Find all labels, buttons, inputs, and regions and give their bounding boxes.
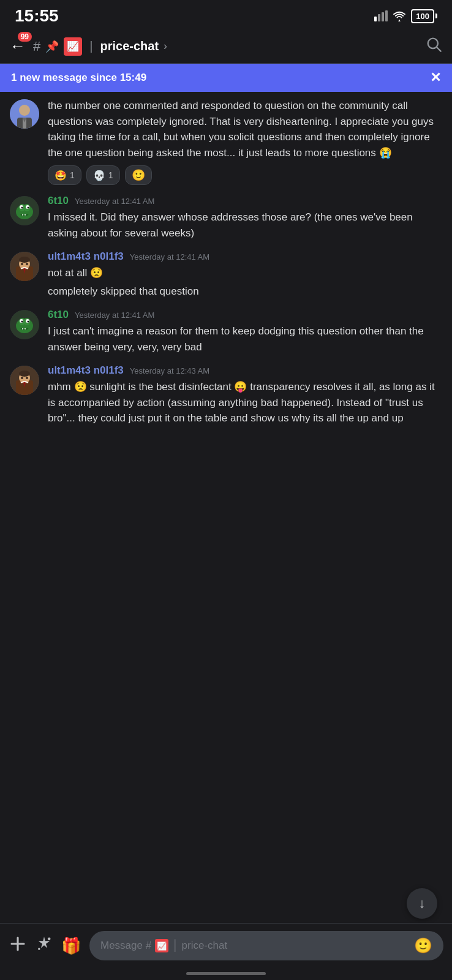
status-icons: 100 — [374, 9, 437, 23]
input-placeholder: Message # 📈 │ price-chat — [100, 939, 409, 952]
message-text: I missed it. Did they answer whose addre… — [48, 209, 442, 241]
message-header: ult1m4t3 n0l1f3 Yesterday at 12:41 AM — [48, 251, 442, 263]
banner-text: 1 new message since 15:49 — [11, 72, 146, 84]
scroll-to-bottom-button[interactable]: ↓ — [407, 888, 437, 919]
username: ult1m4t3 n0l1f3 — [48, 251, 124, 263]
svg-point-16 — [21, 207, 23, 209]
nav-bar: ← 99 # 📌 📈 | price-chat › — [0, 29, 452, 64]
svg-rect-1 — [378, 14, 380, 21]
emoji-button[interactable]: 🙂 — [414, 937, 432, 954]
channel-emoji: 📈 — [67, 40, 79, 52]
hash-icon: # — [33, 39, 40, 55]
status-time: 15:55 — [15, 6, 59, 26]
input-channel-icon: 📈 — [155, 939, 168, 952]
timestamp: Yesterday at 12:41 AM — [75, 311, 154, 320]
input-channel-name: │ price-chat — [172, 940, 227, 952]
message-header: 6t10 Yesterday at 12:41 AM — [48, 195, 442, 207]
channel-name[interactable]: price-chat — [100, 39, 159, 53]
svg-point-7 — [19, 105, 30, 116]
channel-info: # 📌 📈 | price-chat › — [33, 37, 425, 56]
reaction-button[interactable]: 🙂 — [125, 165, 152, 185]
reactions: 🤩 1 💀 1 🙂 — [48, 165, 442, 185]
svg-point-21 — [19, 257, 30, 263]
new-message-banner: 1 new message since 15:49 ✕ — [0, 64, 452, 92]
message-text: mhm 😟 sunlight is the best disinfectant … — [48, 379, 442, 426]
svg-rect-0 — [374, 17, 377, 21]
message-content: 6t10 Yesterday at 12:41 AM I just can't … — [48, 309, 442, 355]
battery-indicator: 100 — [411, 9, 437, 23]
search-button[interactable] — [425, 36, 442, 57]
input-channel-emoji: 📈 — [157, 941, 167, 951]
svg-point-40 — [48, 937, 51, 940]
svg-point-17 — [28, 207, 29, 209]
username: ult1m4t3 n0l1f3 — [48, 364, 124, 377]
message-text: not at all 😟 — [48, 265, 442, 281]
battery-level: 100 — [416, 12, 429, 21]
reaction-count: 1 — [108, 170, 113, 180]
avatar — [10, 310, 39, 339]
svg-point-23 — [26, 263, 28, 265]
svg-point-36 — [21, 377, 23, 379]
message-group: ult1m4t3 n0l1f3 Yesterday at 12:41 AM no… — [0, 244, 452, 303]
back-button[interactable]: ← 99 — [10, 37, 26, 56]
avatar — [10, 99, 39, 129]
svg-point-22 — [21, 263, 23, 265]
message-content: the number one commented and responded t… — [48, 98, 442, 185]
pin-icon: 📌 — [45, 40, 59, 53]
message-content: ult1m4t3 n0l1f3 Yesterday at 12:41 AM no… — [48, 251, 442, 299]
status-bar: 15:55 100 — [0, 0, 452, 29]
timestamp: Yesterday at 12:41 AM — [75, 197, 154, 206]
channel-icon: 📈 — [64, 37, 82, 56]
gift-button[interactable]: 🎁 — [61, 936, 81, 956]
svg-line-5 — [437, 47, 440, 51]
message-content: ult1m4t3 n0l1f3 Yesterday at 12:43 AM mh… — [48, 364, 442, 426]
message-group: ult1m4t3 n0l1f3 Yesterday at 12:43 AM mh… — [0, 358, 452, 488]
notification-badge: 99 — [18, 32, 32, 42]
home-indicator — [186, 972, 266, 975]
timestamp: Yesterday at 12:41 AM — [130, 252, 209, 262]
message-text: I just can't imagine a reason for them t… — [48, 323, 442, 355]
avatar — [10, 252, 39, 281]
scroll-down-icon: ↓ — [419, 895, 426, 911]
avatar — [10, 196, 39, 225]
message-group: 6t10 Yesterday at 12:41 AM I missed it. … — [0, 189, 452, 244]
placeholder-text: Message # — [100, 940, 151, 952]
reaction-emoji: 💀 — [93, 170, 105, 181]
message-group: the number one commented and responded t… — [0, 92, 452, 189]
reaction-button[interactable]: 💀 1 — [86, 165, 120, 185]
messages-area: the number one commented and responded t… — [0, 92, 452, 497]
svg-rect-3 — [385, 10, 388, 21]
timestamp: Yesterday at 12:43 AM — [130, 366, 209, 375]
message-content: 6t10 Yesterday at 12:41 AM I missed it. … — [48, 195, 442, 241]
svg-point-30 — [21, 321, 23, 323]
svg-rect-2 — [382, 12, 384, 21]
message-header: ult1m4t3 n0l1f3 Yesterday at 12:43 AM — [48, 364, 442, 377]
message-group: 6t10 Yesterday at 12:41 AM I just can't … — [0, 303, 452, 358]
wifi-icon — [393, 10, 406, 21]
chevron-right-icon: › — [164, 40, 167, 53]
username: 6t10 — [48, 309, 69, 321]
svg-point-31 — [28, 321, 29, 323]
avatar — [10, 366, 39, 395]
svg-point-41 — [38, 948, 40, 950]
message-text: the number one commented and responded t… — [48, 98, 442, 160]
svg-point-37 — [26, 377, 28, 379]
reaction-emoji: 🙂 — [132, 169, 145, 181]
message-input[interactable]: Message # 📈 │ price-chat 🙂 — [89, 931, 443, 960]
reaction-button[interactable]: 🤩 1 — [48, 165, 81, 185]
reaction-emoji: 🤩 — [55, 170, 67, 181]
reaction-count: 1 — [70, 170, 75, 180]
add-button[interactable] — [9, 935, 27, 957]
message-header: 6t10 Yesterday at 12:41 AM — [48, 309, 442, 321]
username: 6t10 — [48, 195, 69, 207]
gift-icon: 🎁 — [61, 937, 81, 955]
message-continuation-text: completely skipped that question — [48, 284, 442, 300]
banner-close-button[interactable]: ✕ — [430, 70, 441, 86]
divider: | — [89, 39, 92, 53]
sparkles-button[interactable] — [36, 935, 53, 957]
svg-point-35 — [19, 371, 30, 377]
signal-icon — [374, 10, 388, 21]
